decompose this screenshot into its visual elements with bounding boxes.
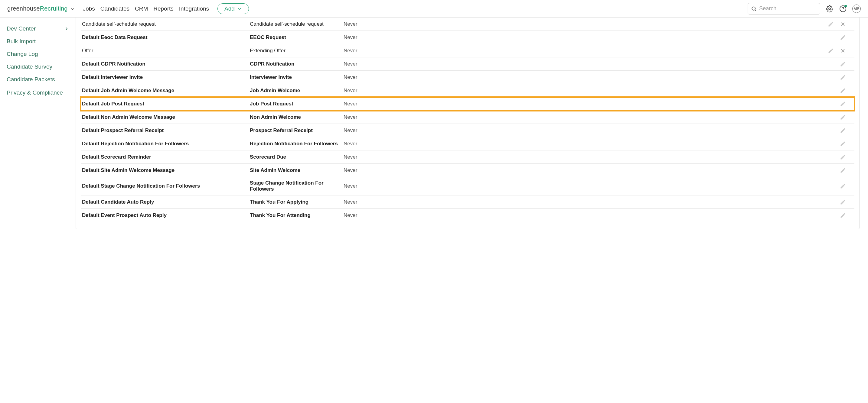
- template-when: Never: [344, 114, 413, 120]
- template-type: Thank You For Attending: [250, 212, 344, 219]
- template-type: Prospect Referral Receipt: [250, 128, 344, 134]
- search-input[interactable]: [759, 5, 817, 12]
- row-actions: [413, 183, 853, 189]
- row-actions: [413, 114, 853, 120]
- pencil-icon[interactable]: [840, 199, 846, 205]
- template-name[interactable]: Default GDPR Notification: [82, 61, 250, 67]
- template-name[interactable]: Default Prospect Referral Receipt: [82, 128, 250, 134]
- sidebar-item-change-log[interactable]: Change Log: [0, 48, 75, 60]
- table-row: Default Rejection Notification For Follo…: [81, 137, 855, 150]
- template-when: Never: [344, 199, 413, 205]
- table-row: Default Interviewer InviteInterviewer In…: [81, 71, 855, 84]
- close-icon[interactable]: [840, 48, 846, 54]
- template-name[interactable]: Default Scorecard Reminder: [82, 154, 250, 160]
- chevron-down-icon: [237, 6, 242, 11]
- template-name[interactable]: Default Site Admin Welcome Message: [82, 167, 250, 173]
- row-actions: [413, 61, 853, 67]
- template-type: Thank You For Applying: [250, 199, 344, 205]
- nav-integrations[interactable]: Integrations: [179, 5, 209, 12]
- settings-button[interactable]: [826, 5, 834, 13]
- table-row: OfferExtending OfferNever: [81, 44, 855, 57]
- pencil-icon[interactable]: [840, 183, 846, 189]
- search-box[interactable]: [748, 3, 820, 14]
- pencil-icon[interactable]: [828, 48, 834, 54]
- template-name[interactable]: Default Event Prospect Auto Reply: [82, 212, 250, 219]
- template-name[interactable]: Default Interviewer Invite: [82, 74, 250, 80]
- svg-point-2: [829, 8, 831, 10]
- pencil-icon[interactable]: [840, 128, 846, 134]
- template-when: Never: [344, 167, 413, 173]
- svg-line-1: [755, 10, 756, 10]
- close-icon[interactable]: [840, 21, 846, 27]
- template-when: Never: [344, 48, 413, 54]
- add-button[interactable]: Add: [217, 3, 249, 14]
- logo-dropdown[interactable]: greenhouseRecruiting: [7, 5, 74, 12]
- template-name[interactable]: Default Stage Change Notification For Fo…: [82, 183, 250, 189]
- pencil-icon[interactable]: [840, 101, 846, 107]
- table-row: Default Non Admin Welcome MessageNon Adm…: [81, 110, 855, 124]
- pencil-icon[interactable]: [840, 114, 846, 120]
- row-actions: [413, 74, 853, 80]
- table-row: Default Job Admin Welcome MessageJob Adm…: [81, 84, 855, 97]
- sidebar-item-candidate-packets[interactable]: Candidate Packets: [0, 73, 75, 86]
- nav-candidates[interactable]: Candidates: [100, 5, 129, 12]
- chevron-down-icon: [70, 7, 74, 11]
- template-type: Job Admin Welcome: [250, 88, 344, 94]
- avatar[interactable]: MS: [852, 4, 861, 13]
- pencil-icon[interactable]: [840, 167, 846, 173]
- pencil-icon[interactable]: [828, 21, 834, 27]
- sidebar: Dev Center Bulk Import Change Log Candid…: [0, 18, 75, 237]
- add-button-label: Add: [224, 5, 235, 12]
- template-type: Non Admin Welcome: [250, 114, 344, 120]
- pencil-icon[interactable]: [840, 141, 846, 147]
- table-row: Default Eeoc Data RequestEEOC RequestNev…: [81, 31, 855, 44]
- sidebar-item-label: Dev Center: [7, 25, 36, 32]
- nav-crm[interactable]: CRM: [135, 5, 148, 12]
- template-name[interactable]: Default Eeoc Data Request: [82, 34, 250, 40]
- chevron-right-icon: [64, 26, 69, 31]
- sidebar-item-candidate-survey[interactable]: Candidate Survey: [0, 60, 75, 73]
- template-when: Never: [344, 74, 413, 80]
- template-when: Never: [344, 88, 413, 94]
- template-name[interactable]: Candidate self-schedule request: [82, 21, 250, 27]
- template-type: Extending Offer: [250, 48, 344, 54]
- template-when: Never: [344, 61, 413, 67]
- sidebar-item-bulk-import[interactable]: Bulk Import: [0, 35, 75, 48]
- template-when: Never: [344, 141, 413, 147]
- template-type: Site Admin Welcome: [250, 167, 344, 173]
- template-name[interactable]: Default Non Admin Welcome Message: [82, 114, 250, 120]
- template-type: Stage Change Notification For Followers: [250, 180, 344, 192]
- sidebar-item-dev-center[interactable]: Dev Center: [0, 22, 75, 35]
- sidebar-item-label: Candidate Packets: [7, 76, 55, 83]
- pencil-icon[interactable]: [840, 34, 846, 40]
- pencil-icon[interactable]: [840, 61, 846, 67]
- nav-reports[interactable]: Reports: [153, 5, 174, 12]
- logo: greenhouseRecruiting: [7, 5, 68, 12]
- template-type: Job Post Request: [250, 101, 344, 107]
- template-name[interactable]: Default Candidate Auto Reply: [82, 199, 250, 205]
- nav-jobs[interactable]: Jobs: [83, 5, 95, 12]
- template-name[interactable]: Offer: [82, 48, 250, 54]
- sidebar-item-privacy-compliance[interactable]: Privacy & Compliance: [0, 86, 75, 100]
- row-actions: [413, 128, 853, 134]
- template-when: Never: [344, 183, 413, 189]
- help-button[interactable]: [839, 5, 847, 13]
- pencil-icon[interactable]: [840, 154, 846, 160]
- row-actions: [413, 212, 853, 219]
- table-row: Default Candidate Auto ReplyThank You Fo…: [81, 196, 855, 209]
- avatar-initials: MS: [854, 6, 860, 11]
- template-name[interactable]: Default Job Admin Welcome Message: [82, 88, 250, 94]
- table-row: Candidate self-schedule requestCandidate…: [81, 18, 855, 31]
- pencil-icon[interactable]: [840, 74, 846, 80]
- template-type: GDPR Notification: [250, 61, 344, 67]
- template-name[interactable]: Default Job Post Request: [82, 101, 250, 107]
- sidebar-item-label: Privacy & Compliance: [7, 89, 63, 97]
- pencil-icon[interactable]: [840, 88, 846, 94]
- template-name[interactable]: Default Rejection Notification For Follo…: [82, 141, 250, 147]
- search-icon: [751, 5, 757, 12]
- row-actions: [413, 154, 853, 160]
- row-actions: [413, 141, 853, 147]
- row-actions: [413, 88, 853, 94]
- pencil-icon[interactable]: [840, 212, 846, 219]
- sidebar-item-label: Bulk Import: [7, 38, 36, 45]
